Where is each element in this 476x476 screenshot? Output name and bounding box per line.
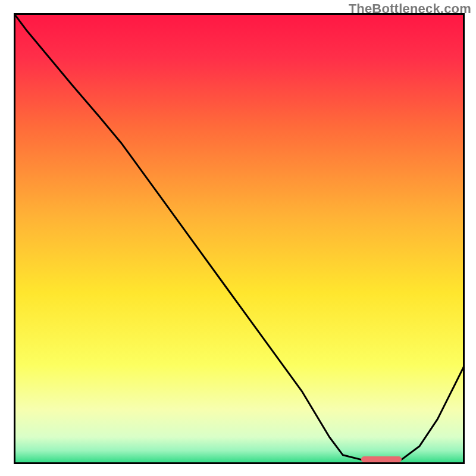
watermark-text: TheBottleneck.com [349, 1, 471, 17]
optimal-range-marker [361, 456, 402, 462]
chart-container: TheBottleneck.com [0, 0, 476, 476]
plot-frame [14, 13, 465, 464]
